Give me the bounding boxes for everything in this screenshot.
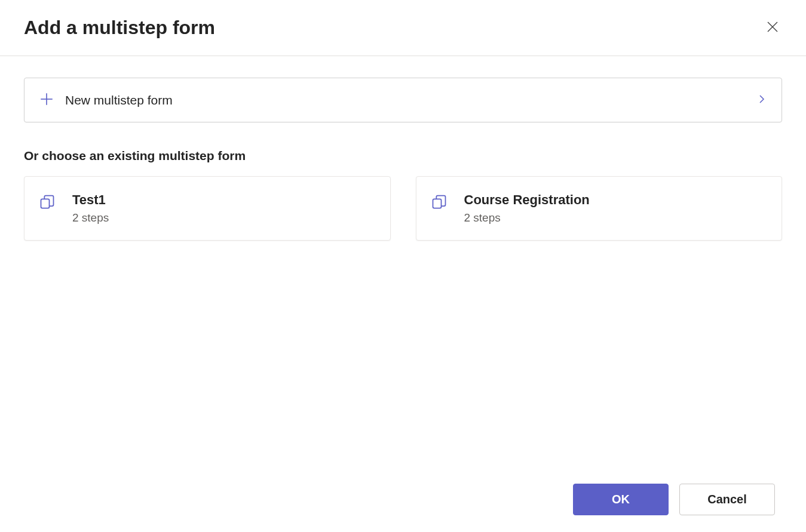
form-steps: 2 steps bbox=[464, 211, 590, 225]
multistep-form-icon bbox=[39, 192, 56, 213]
plus-icon bbox=[39, 91, 54, 109]
cancel-button[interactable]: Cancel bbox=[679, 484, 775, 515]
new-multistep-form-button[interactable]: New multistep form bbox=[24, 78, 782, 122]
new-form-label: New multistep form bbox=[65, 93, 173, 107]
form-name: Test1 bbox=[72, 192, 109, 208]
dialog-header: Add a multistep form bbox=[0, 0, 806, 56]
form-name: Course Registration bbox=[464, 192, 590, 208]
close-icon bbox=[765, 20, 780, 36]
close-button[interactable] bbox=[763, 17, 782, 38]
svg-rect-4 bbox=[41, 199, 50, 208]
existing-section-label: Or choose an existing multistep form bbox=[24, 149, 782, 163]
ok-button[interactable]: OK bbox=[573, 484, 669, 515]
dialog-footer: OK Cancel bbox=[573, 484, 775, 515]
svg-rect-5 bbox=[433, 199, 441, 208]
dialog-body: New multistep form Or choose an existing… bbox=[0, 56, 806, 241]
form-steps: 2 steps bbox=[72, 211, 109, 225]
multistep-form-icon bbox=[431, 192, 448, 213]
chevron-right-icon bbox=[756, 94, 767, 106]
form-card-course-registration[interactable]: Course Registration 2 steps bbox=[416, 176, 783, 241]
form-card-test1[interactable]: Test1 2 steps bbox=[24, 176, 391, 241]
dialog-title: Add a multistep form bbox=[24, 17, 215, 39]
existing-forms-grid: Test1 2 steps Course Registration 2 step… bbox=[24, 176, 782, 241]
